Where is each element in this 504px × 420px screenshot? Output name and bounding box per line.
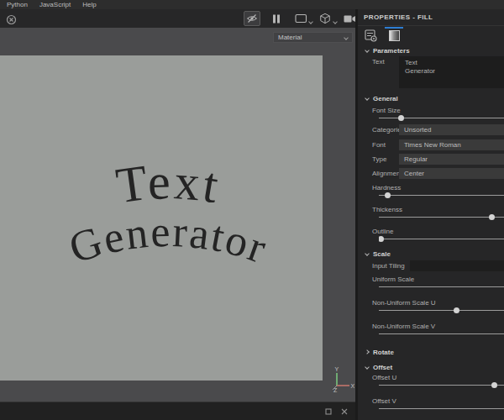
material-dropdown-label: Material bbox=[278, 34, 302, 41]
menu-javascript[interactable]: JavaScript bbox=[39, 1, 71, 8]
type-row: Type Regular bbox=[365, 154, 504, 165]
slider-handle[interactable] bbox=[454, 307, 459, 313]
section-scale[interactable]: Scale bbox=[365, 249, 504, 258]
section-rotate[interactable]: Rotate bbox=[365, 348, 504, 356]
panel-tabs bbox=[358, 26, 504, 45]
panel-header: PROPERTIES - FILL bbox=[358, 9, 504, 26]
thickness-label: Thickenss bbox=[365, 206, 504, 213]
non-uniform-scale-u-label: Non-Uniform Scale U bbox=[365, 299, 504, 307]
view-2d-icon[interactable] bbox=[292, 11, 309, 26]
section-general[interactable]: General bbox=[365, 94, 504, 102]
non-uniform-scale-v-label: Non-Uniform Scale V bbox=[365, 323, 504, 330]
offset-u-label: Offset U bbox=[365, 374, 504, 381]
axis-y-label: Y bbox=[335, 366, 339, 372]
font-size-slider[interactable] bbox=[379, 114, 504, 122]
axis-z-label: Z bbox=[333, 387, 338, 393]
non-uniform-scale-u-slider[interactable] bbox=[379, 307, 504, 314]
uniform-scale-label: Uniform Scale bbox=[365, 276, 504, 283]
canvas-text-render: Text Generator bbox=[0, 55, 323, 381]
pause-icon[interactable] bbox=[268, 11, 285, 26]
chevron-down-icon bbox=[333, 19, 338, 24]
type-label: Type bbox=[372, 155, 399, 163]
hardness-slider[interactable] bbox=[379, 192, 504, 199]
text-parameter-row: Text Text Generator bbox=[365, 56, 504, 88]
font-row: Font Times New Roman bbox=[365, 139, 504, 150]
menu-help[interactable]: Help bbox=[82, 1, 96, 8]
section-label: General bbox=[373, 95, 398, 102]
font-size-label: Font Size bbox=[365, 107, 504, 114]
slider-handle[interactable] bbox=[398, 115, 404, 121]
section-parameters[interactable]: Parameters bbox=[365, 46, 504, 55]
menu-bar: Python JavaScript Help bbox=[0, 0, 504, 9]
circle-close-icon[interactable] bbox=[3, 12, 19, 27]
offset-v-label: Offset V bbox=[365, 397, 504, 405]
section-label: Offset bbox=[373, 364, 392, 371]
text-input[interactable]: Text Generator bbox=[399, 56, 504, 88]
input-tiling-label: Input Tiling bbox=[372, 262, 410, 270]
menu-python[interactable]: Python bbox=[7, 1, 28, 8]
categorie-label: Categorie bbox=[372, 126, 399, 134]
categorie-row: Categorie Unsorted bbox=[365, 124, 504, 135]
texture-canvas[interactable]: Text Generator bbox=[0, 55, 323, 381]
status-bar bbox=[0, 402, 355, 420]
uniform-scale-slider[interactable] bbox=[379, 283, 504, 291]
section-label: Parameters bbox=[373, 47, 410, 55]
properties-panel: PROPERTIES - FILL bbox=[358, 9, 504, 420]
outline-slider[interactable] bbox=[379, 235, 504, 243]
chevron-down-icon bbox=[344, 35, 349, 40]
panel-title: PROPERTIES - FILL bbox=[364, 13, 433, 21]
slider-handle[interactable] bbox=[385, 192, 391, 198]
canvas-text-line1: Text bbox=[113, 154, 224, 214]
hide-outline-icon[interactable] bbox=[244, 11, 260, 26]
slider-handle[interactable] bbox=[491, 382, 497, 388]
section-label: Scale bbox=[373, 250, 391, 258]
chevron-down-icon bbox=[365, 48, 370, 53]
chevron-down-icon bbox=[365, 365, 370, 370]
categorie-dropdown[interactable]: Unsorted bbox=[399, 124, 504, 135]
axis-gizmo: Y X Z bbox=[329, 366, 354, 393]
square-icon[interactable] bbox=[325, 408, 332, 415]
slider-handle[interactable] bbox=[489, 214, 495, 220]
input-tiling-field[interactable] bbox=[410, 260, 504, 271]
input-tiling-row: Input Tiling bbox=[365, 260, 504, 271]
chevron-down-icon bbox=[365, 96, 370, 101]
hardness-label: Hardness bbox=[365, 184, 504, 192]
section-label: Rotate bbox=[373, 349, 394, 356]
alignment-label: Alignment bbox=[372, 170, 399, 177]
material-dropdown[interactable]: Material bbox=[273, 32, 353, 43]
app-window: Python JavaScript Help bbox=[0, 0, 504, 420]
canvas-text-line2: Generator bbox=[63, 207, 274, 272]
chevron-down-icon bbox=[308, 19, 313, 24]
attributes-tab[interactable] bbox=[361, 27, 380, 44]
font-dropdown[interactable]: Times New Roman bbox=[399, 139, 504, 150]
offset-u-slider[interactable] bbox=[379, 381, 504, 389]
chevron-down-icon bbox=[365, 251, 370, 256]
outline-label: Outline bbox=[365, 228, 504, 235]
non-uniform-scale-v-slider[interactable] bbox=[379, 330, 504, 338]
svg-text:Text: Text bbox=[113, 154, 224, 214]
close-icon[interactable] bbox=[341, 408, 348, 415]
slider-handle[interactable] bbox=[379, 236, 384, 242]
panel-content: Parameters Text Text Generator General F… bbox=[358, 46, 504, 420]
fill-tab[interactable] bbox=[385, 27, 403, 44]
alignment-dropdown[interactable]: Center bbox=[399, 168, 504, 179]
view-3d-icon[interactable] bbox=[317, 11, 333, 26]
chevron-right-icon bbox=[365, 349, 370, 354]
thickness-slider[interactable] bbox=[379, 213, 504, 221]
type-dropdown[interactable]: Regular bbox=[399, 154, 504, 165]
viewport-toolbar bbox=[0, 9, 355, 28]
offset-v-slider[interactable] bbox=[379, 405, 504, 412]
text-label: Text bbox=[372, 56, 399, 88]
alignment-row: Alignment Center bbox=[365, 168, 504, 179]
viewport-2d[interactable]: Text Generator Material Y X Z bbox=[0, 28, 355, 402]
axis-x-label: X bbox=[351, 383, 355, 389]
font-label: Font bbox=[372, 141, 399, 149]
svg-text:Generator: Generator bbox=[63, 207, 274, 272]
section-offset[interactable]: Offset bbox=[365, 363, 504, 371]
